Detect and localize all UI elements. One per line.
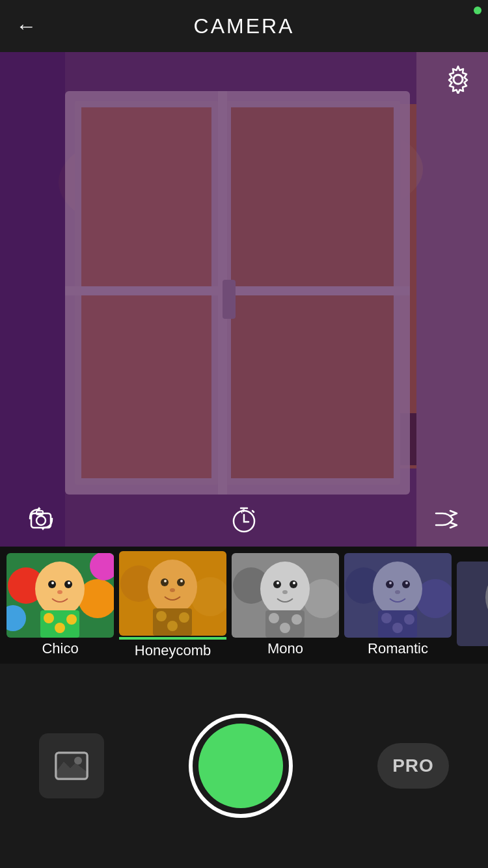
filter-honeycomb-label: Honeycomb xyxy=(135,642,211,659)
svg-point-38 xyxy=(48,580,56,588)
svg-point-69 xyxy=(277,582,279,584)
svg-point-28 xyxy=(36,516,46,525)
svg-point-37 xyxy=(35,562,85,616)
svg-point-39 xyxy=(64,580,72,588)
svg-point-40 xyxy=(51,582,54,584)
filter-item-romantic[interactable]: Romantic xyxy=(344,553,452,657)
filter-thumb-extra xyxy=(457,562,488,646)
svg-point-44 xyxy=(44,613,54,623)
shutter-button[interactable] xyxy=(189,714,293,818)
filter-chico-label: Chico xyxy=(42,640,78,657)
filter-strip: Chico xyxy=(0,547,488,664)
filter-item-mono[interactable]: Mono xyxy=(232,553,339,657)
svg-point-75 xyxy=(280,623,290,633)
pro-label: PRO xyxy=(392,755,434,776)
filter-selected-indicator xyxy=(119,637,226,640)
svg-rect-91 xyxy=(457,562,488,646)
camera-viewfinder xyxy=(0,52,488,547)
color-overlay xyxy=(0,52,488,547)
svg-rect-90 xyxy=(344,553,452,638)
svg-point-71 xyxy=(282,590,288,594)
bottom-bar: PRO xyxy=(0,664,488,868)
shuffle-icon[interactable] xyxy=(432,504,462,537)
svg-point-45 xyxy=(66,614,77,625)
filter-thumb-chico xyxy=(7,553,114,638)
filter-mono-label: Mono xyxy=(267,640,303,657)
svg-point-46 xyxy=(55,623,65,633)
filter-romantic-label: Romantic xyxy=(368,640,428,657)
flip-camera-icon[interactable] xyxy=(26,504,56,537)
status-dot xyxy=(474,7,481,14)
svg-point-73 xyxy=(269,613,279,623)
pro-mode-button[interactable]: PRO xyxy=(377,743,449,789)
header-bar: ← CAMERA xyxy=(0,0,488,52)
page-title: CAMERA xyxy=(194,14,295,38)
shutter-inner xyxy=(198,724,283,808)
filter-item-honeycomb[interactable]: Honeycomb xyxy=(119,551,226,659)
filter-thumb-romantic xyxy=(344,553,452,638)
svg-point-66 xyxy=(260,562,310,616)
svg-rect-61 xyxy=(119,551,226,636)
svg-point-41 xyxy=(68,582,70,584)
svg-point-70 xyxy=(293,582,295,584)
svg-point-98 xyxy=(74,757,82,765)
filter-thumb-mono xyxy=(232,553,339,638)
svg-point-42 xyxy=(57,590,62,594)
svg-point-67 xyxy=(273,580,281,588)
camera-controls-bar xyxy=(0,495,488,547)
gallery-button[interactable] xyxy=(39,733,104,798)
svg-point-68 xyxy=(290,580,297,588)
back-button[interactable]: ← xyxy=(16,14,36,38)
settings-icon[interactable] xyxy=(444,65,472,100)
filter-thumb-honeycomb xyxy=(119,551,226,636)
svg-point-74 xyxy=(291,614,302,625)
filter-item-extra[interactable] xyxy=(457,562,488,649)
svg-point-26 xyxy=(454,75,463,84)
filter-item-chico[interactable]: Chico xyxy=(7,553,114,657)
timer-icon[interactable] xyxy=(229,504,259,537)
